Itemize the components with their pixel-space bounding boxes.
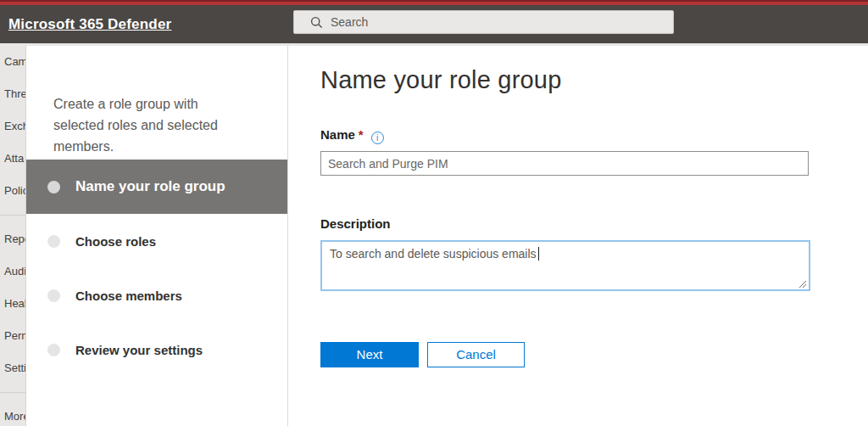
left-nav-clipped: Cam Thre Exch Atta Polic Repo Audi Heal … — [0, 46, 25, 426]
app-header: Microsoft 365 Defender — [0, 5, 868, 43]
sidebar-item-threat[interactable]: Thre — [0, 78, 25, 110]
wizard-step-label: Choose roles — [75, 234, 156, 249]
wizard-intro-text: Create a role group with selected roles … — [53, 93, 238, 157]
wizard-step-label: Choose members — [75, 289, 182, 303]
search-icon — [310, 16, 323, 29]
step-bullet-icon — [47, 344, 60, 356]
page: Microsoft 365 Defender Cam Thre Exch Att… — [0, 0, 868, 426]
search-input[interactable] — [331, 15, 653, 29]
wizard-step-choose-members[interactable]: Choose members — [26, 268, 287, 322]
sidebar-item-health[interactable]: Heal — [0, 288, 25, 320]
role-group-name-input[interactable] — [320, 151, 809, 176]
step-bullet-icon — [47, 181, 60, 193]
sidebar-divider — [0, 392, 25, 393]
sidebar-item-settings[interactable]: Setti — [0, 352, 25, 384]
resize-handle-icon[interactable] — [798, 280, 806, 288]
wizard-step-label: Review your settings — [75, 343, 203, 357]
text-cursor — [538, 247, 539, 261]
name-label-text: Name — [320, 127, 355, 142]
step-bullet-icon — [47, 235, 60, 248]
step-bullet-icon — [47, 289, 60, 302]
wizard-step-label: Name your role group — [75, 178, 225, 195]
sidebar-item-policies[interactable]: Polic — [0, 175, 25, 207]
sidebar-item-exchange[interactable]: Exch — [0, 110, 25, 143]
required-asterisk: * — [359, 127, 364, 142]
cancel-button[interactable]: Cancel — [427, 342, 525, 367]
sidebar-item-reports[interactable]: Repo — [0, 223, 25, 255]
description-field-label: Description — [320, 216, 391, 231]
description-text: To search and delete suspicious emails — [330, 247, 537, 261]
sidebar-item-more[interactable]: More — [0, 401, 25, 426]
sidebar-item-attack[interactable]: Atta — [0, 143, 25, 175]
wizard-step-review-settings[interactable]: Review your settings — [26, 322, 287, 377]
global-search[interactable] — [293, 10, 674, 34]
wizard-step-name-role-group[interactable]: Name your role group — [26, 160, 287, 214]
sidebar-item-permissions[interactable]: Perm — [0, 320, 25, 352]
wizard-content-pane: Name your role group Name* Description T… — [288, 46, 868, 426]
wizard-step-choose-roles[interactable]: Choose roles — [26, 214, 287, 268]
wizard-steps-list: Name your role group Choose roles Choose… — [26, 160, 287, 377]
page-title: Name your role group — [320, 66, 561, 94]
next-button[interactable]: Next — [320, 342, 419, 367]
sidebar-item-campaigns[interactable]: Cam — [0, 46, 25, 78]
role-group-description-textarea[interactable]: To search and delete suspicious emails — [320, 240, 810, 291]
app-title-link[interactable]: Microsoft 365 Defender — [8, 5, 171, 43]
info-icon[interactable] — [371, 132, 384, 144]
sidebar-divider — [0, 215, 25, 216]
sidebar-item-audit[interactable]: Audi — [0, 255, 25, 288]
name-field-label: Name* — [320, 127, 384, 144]
wizard-steps-panel: Create a role group with selected roles … — [25, 46, 288, 426]
